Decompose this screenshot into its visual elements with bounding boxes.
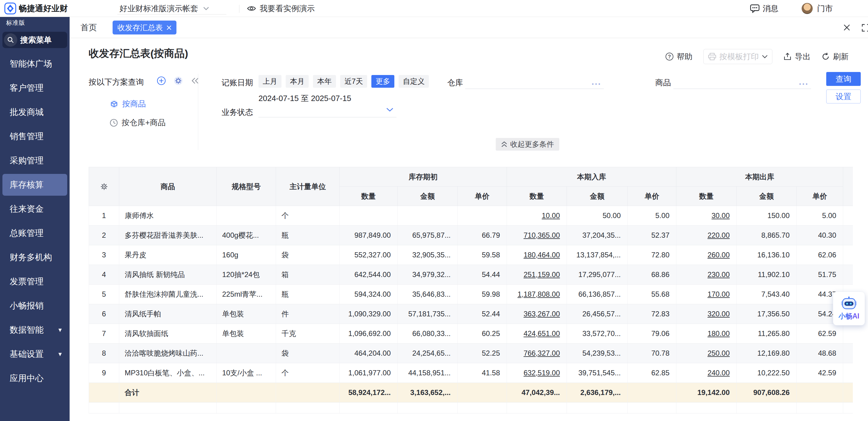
tab-label: 收发存汇总表 <box>117 23 163 33</box>
row-number: 3 <box>89 245 119 265</box>
query-button[interactable]: 查询 <box>826 72 861 86</box>
message-bubble-icon <box>750 4 760 13</box>
collapse-more-filters-label: 收起更多条件 <box>510 139 554 149</box>
total-cell <box>628 383 676 402</box>
cell: 66.79 <box>458 226 507 245</box>
sidebar-item-4[interactable]: 销售管理 <box>0 124 70 149</box>
sidebar-item-8[interactable]: 总账管理 <box>0 221 70 245</box>
avatar[interactable] <box>801 3 813 14</box>
cell: 24,254,65... <box>398 344 458 363</box>
total-cell: 47,042,39... <box>507 383 567 402</box>
drill-down-link[interactable]: 240.00 <box>676 363 737 383</box>
sidebar-item-5[interactable]: 采购管理 <box>0 149 70 173</box>
scheme-settings-gear-icon[interactable] <box>174 76 183 85</box>
help-button[interactable]: ? 帮助 <box>665 52 692 62</box>
cell: 60.25 <box>458 324 507 344</box>
product-input[interactable]: ... <box>673 74 811 89</box>
sidebar-item-13[interactable]: 基础设置▾ <box>0 342 70 366</box>
drill-down-link[interactable]: 766,327.00 <box>507 344 567 363</box>
spec: 10支/小盒 ... <box>217 363 276 383</box>
drill-down-link[interactable]: 230.00 <box>676 265 737 285</box>
sidebar-item-12[interactable]: 数据智能▾ <box>0 318 70 342</box>
print-template-button[interactable]: 按模板打印 <box>703 49 772 64</box>
close-all-tabs-icon[interactable] <box>843 23 851 32</box>
sidebar-item-2[interactable]: 客户管理 <box>0 76 70 100</box>
drill-down-link[interactable]: 250.00 <box>676 344 737 363</box>
cell: 70.78 <box>628 344 676 363</box>
sidebar-item-6[interactable]: 库存核算 <box>2 174 67 196</box>
product-name: 洽洽喀吱脆烧烤味山药... <box>119 344 217 363</box>
drill-down-link[interactable]: 363,267.00 <box>507 304 567 324</box>
sidebar-item-3[interactable]: 批发商城 <box>0 100 70 124</box>
ai-assistant-button[interactable]: 小畅AI <box>833 292 865 325</box>
total-cell: 3,163,652,... <box>398 383 458 402</box>
scheme-by-product[interactable]: 按商品 <box>110 99 146 109</box>
date-chip-3[interactable]: 本年 <box>313 75 336 88</box>
cell: 72.83 <box>628 304 676 324</box>
cell: 68.86 <box>628 265 676 285</box>
sidebar-item-7[interactable]: 往来资金 <box>0 197 70 221</box>
drill-down-link[interactable]: 251,159.00 <box>507 265 567 285</box>
cell <box>628 402 676 414</box>
unit: 袋 <box>276 245 340 265</box>
sidebar-item-11[interactable]: 小畅报销 <box>0 294 70 318</box>
date-chip-6[interactable]: 自定义 <box>399 75 429 88</box>
column-settings-gear-icon[interactable] <box>89 167 119 206</box>
refresh-button[interactable]: 刷新 <box>822 52 849 62</box>
drill-down-link[interactable]: 180.00 <box>676 324 737 344</box>
date-chip-1[interactable]: 上月 <box>258 75 281 88</box>
row-number: 8 <box>89 344 119 363</box>
user-name[interactable]: 门市 <box>817 0 833 17</box>
date-chip-4[interactable]: 近7天 <box>340 75 367 88</box>
sidebar-item-14[interactable]: 应用中心 <box>0 366 70 390</box>
warehouse-picker-ellipsis-icon[interactable]: ... <box>592 77 601 87</box>
cell: 17,356.50 <box>737 304 797 324</box>
status-select[interactable] <box>258 103 397 117</box>
drill-down-link[interactable]: 260.00 <box>676 245 737 265</box>
settings-button[interactable]: 设置 <box>826 90 861 103</box>
drill-down-link[interactable]: 220.00 <box>676 226 737 245</box>
cell: 8,865.70 <box>737 226 797 245</box>
tab-close-icon[interactable] <box>166 25 172 30</box>
scheme-by-product-label: 按商品 <box>122 99 146 109</box>
tab-inventory-summary[interactable]: 收发存汇总表 <box>113 21 177 34</box>
cell <box>398 206 458 226</box>
drill-down-link[interactable]: 632,519.00 <box>507 363 567 383</box>
row-number: 9 <box>89 363 119 383</box>
tab-home[interactable]: 首页 <box>81 17 97 38</box>
clock-icon <box>110 119 118 127</box>
cell <box>507 402 567 414</box>
drill-down-link[interactable]: 1,187,808.00 <box>507 285 567 304</box>
scheme-by-warehouse-product[interactable]: 按仓库+商品 <box>110 117 165 128</box>
sidebar-item-10[interactable]: 发票管理 <box>0 269 70 294</box>
date-chip-2[interactable]: 本月 <box>286 75 309 88</box>
messages-button[interactable]: 消息 <box>750 0 778 17</box>
drill-down-link[interactable]: 424,651.00 <box>507 324 567 344</box>
unit: 个 <box>276 206 340 226</box>
cell: 65,975,87... <box>398 226 458 245</box>
sidebar-item-9[interactable]: 财务多机构 <box>0 245 70 269</box>
drill-down-link[interactable]: 180,464.00 <box>507 245 567 265</box>
search-menu-input[interactable]: 搜索菜单 <box>2 32 67 48</box>
drill-down-link[interactable]: 710,365.00 <box>507 226 567 245</box>
clipped-cell <box>843 324 853 344</box>
drill-down-link[interactable]: 170.00 <box>676 285 737 304</box>
add-scheme-icon[interactable] <box>157 76 166 85</box>
cell: 12,169.80 <box>737 344 797 363</box>
cell: 7,543.40 <box>737 285 797 304</box>
demo-link-label: 我要看实例演示 <box>260 3 315 14</box>
demo-link[interactable]: 我要看实例演示 <box>247 0 315 17</box>
fullscreen-icon[interactable] <box>861 24 868 32</box>
date-range-value[interactable]: 2024-07-15 至 2025-07-15 <box>258 93 351 104</box>
export-button[interactable]: 导出 <box>783 52 810 62</box>
ai-assistant-label: 小畅AI <box>839 312 860 321</box>
drill-down-link[interactable]: 10.00 <box>507 206 567 226</box>
drill-down-link[interactable]: 320.00 <box>676 304 737 324</box>
sidebar-item-1[interactable]: 智能体广场 <box>0 52 70 76</box>
drill-down-link[interactable]: 30.00 <box>676 206 737 226</box>
product-picker-ellipsis-icon[interactable]: ... <box>799 77 809 87</box>
warehouse-input[interactable]: ... <box>465 74 604 89</box>
date-chip-5[interactable]: 更多 <box>371 75 394 88</box>
collapse-more-filters-button[interactable]: 收起更多条件 <box>496 138 559 151</box>
sidebar-item-label: 小畅报销 <box>10 300 43 312</box>
